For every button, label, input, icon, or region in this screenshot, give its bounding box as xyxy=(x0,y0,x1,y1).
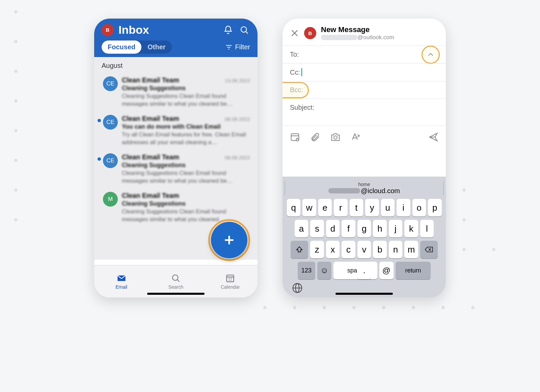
email-body-preview: Clean Email Team 13.08.2022 Cleaning Sug… xyxy=(122,76,250,108)
key-r[interactable]: r xyxy=(334,199,348,216)
key-o[interactable]: o xyxy=(412,199,426,216)
key-d[interactable]: d xyxy=(326,220,340,237)
key-n[interactable]: n xyxy=(389,241,403,258)
key-e[interactable]: e xyxy=(318,199,332,216)
tab-other[interactable]: Other xyxy=(141,41,171,54)
key-f[interactable]: f xyxy=(342,220,355,237)
expand-recipients-button[interactable] xyxy=(422,46,440,64)
key-c[interactable]: c xyxy=(342,241,355,258)
key-v[interactable]: v xyxy=(357,241,371,258)
dot-key[interactable]: . xyxy=(357,262,371,279)
calendar-icon: 12 xyxy=(225,273,235,283)
globe-key[interactable] xyxy=(292,283,303,293)
suggestion-email: @icloud.com xyxy=(328,187,400,195)
email-subject: You can do more with Clean Email xyxy=(122,123,250,130)
nav-email[interactable]: Email xyxy=(94,265,148,297)
sender-avatar: CE xyxy=(103,115,118,130)
compose-toolbar xyxy=(282,126,446,148)
compose-header: B New Message @outlook.com xyxy=(282,19,446,46)
subject-label: Subject: xyxy=(290,104,314,111)
send-button[interactable] xyxy=(428,132,438,142)
keyboard-suggestion[interactable]: home @icloud.com xyxy=(285,182,443,195)
email-sender: Clean Email Team xyxy=(122,153,179,161)
keyboard-suggestion-bar: home @icloud.com xyxy=(285,179,444,199)
email-preview: Cleaning Suggestions Clean Email found m… xyxy=(122,169,250,185)
compose-button[interactable] xyxy=(211,222,247,258)
key-m[interactable]: m xyxy=(404,241,418,258)
key-x[interactable]: x xyxy=(326,241,340,258)
email-row[interactable]: CE Clean Email Team 08.08.2022 You can d… xyxy=(94,111,258,150)
sender-avatar: CE xyxy=(103,153,118,168)
svg-point-0 xyxy=(241,27,246,32)
cc-field-row[interactable]: Cc: xyxy=(282,63,446,81)
key-w[interactable]: w xyxy=(302,199,316,216)
email-body-preview: Clean Email Team 08.08.2022 You can do m… xyxy=(122,115,250,147)
key-s[interactable]: s xyxy=(310,220,324,237)
key-p[interactable]: p xyxy=(428,199,442,216)
bcc-field-row[interactable]: Bcc: xyxy=(282,81,446,99)
page-title: Inbox xyxy=(118,23,218,36)
email-body-preview: Clean Email Team 08.08.2022 Cleaning Sug… xyxy=(122,153,250,185)
account-avatar[interactable]: B xyxy=(304,27,316,39)
send-icon xyxy=(428,132,438,142)
close-button[interactable] xyxy=(290,28,299,38)
at-key[interactable]: @ xyxy=(379,262,394,279)
compose-highlight-ring xyxy=(208,219,250,261)
key-l[interactable]: l xyxy=(420,220,434,237)
nav-search-label: Search xyxy=(168,284,183,290)
emoji-key[interactable]: ☺ xyxy=(317,262,331,279)
email-date: 08.08.2022 xyxy=(225,155,250,160)
key-h[interactable]: h xyxy=(373,220,387,237)
email-row[interactable]: CE Clean Email Team 08.08.2022 Cleaning … xyxy=(94,150,258,188)
key-y[interactable]: y xyxy=(365,199,379,216)
filter-label: Filter xyxy=(235,43,250,51)
inbox-header: B Inbox Focused Other Filter xyxy=(94,19,258,57)
home-indicator[interactable] xyxy=(335,293,393,295)
numbers-key[interactable]: 123 xyxy=(298,262,315,279)
svg-line-8 xyxy=(177,280,179,282)
bottom-nav: Email Search 12 Calendar xyxy=(94,265,258,297)
key-u[interactable]: u xyxy=(381,199,395,216)
key-k[interactable]: k xyxy=(404,220,418,237)
backspace-key[interactable] xyxy=(420,241,438,258)
key-b[interactable]: b xyxy=(373,241,387,258)
attachment-icon[interactable] xyxy=(310,132,320,142)
key-j[interactable]: j xyxy=(389,220,403,237)
format-text-icon[interactable] xyxy=(351,132,361,142)
account-avatar[interactable]: B xyxy=(102,24,114,36)
key-q[interactable]: q xyxy=(287,199,301,216)
bcc-label: Bcc: xyxy=(290,86,303,94)
ios-keyboard: home @icloud.com qwertyuiop asdfghjkl zx… xyxy=(282,177,446,297)
key-a[interactable]: a xyxy=(295,220,308,237)
shift-key[interactable] xyxy=(291,241,308,258)
cc-label: Cc: xyxy=(290,69,300,76)
filter-icon xyxy=(225,44,233,51)
nav-calendar-label: Calendar xyxy=(221,284,240,290)
nav-calendar[interactable]: 12 Calendar xyxy=(203,265,258,297)
email-subject: Cleaning Suggestions xyxy=(122,162,250,169)
email-sender: Clean Email Team xyxy=(122,76,179,84)
redacted-text xyxy=(328,188,360,193)
filter-button[interactable]: Filter xyxy=(225,43,250,51)
home-indicator[interactable] xyxy=(147,293,205,295)
email-sender: Clean Email Team xyxy=(122,115,179,123)
key-i[interactable]: i xyxy=(397,199,410,216)
search-icon[interactable] xyxy=(239,24,250,36)
bell-icon[interactable] xyxy=(222,24,234,36)
key-g[interactable]: g xyxy=(357,220,371,237)
tab-focused[interactable]: Focused xyxy=(102,41,141,54)
redacted-text xyxy=(321,35,357,40)
to-label: To: xyxy=(290,51,299,58)
email-preview: Try all Clean Email features for free. C… xyxy=(122,131,250,147)
camera-icon[interactable] xyxy=(330,132,341,142)
key-z[interactable]: z xyxy=(310,241,324,258)
key-t[interactable]: t xyxy=(350,199,363,216)
email-date: 13.08.2022 xyxy=(225,78,250,83)
availability-icon[interactable] xyxy=(290,132,300,142)
mail-icon xyxy=(116,273,127,283)
subject-field-row[interactable]: Subject: xyxy=(282,99,446,116)
to-field-row[interactable]: To: xyxy=(282,46,446,63)
email-row[interactable]: CE Clean Email Team 13.08.2022 Cleaning … xyxy=(94,73,258,111)
unread-dot xyxy=(98,157,101,161)
return-key[interactable]: return xyxy=(396,262,431,279)
